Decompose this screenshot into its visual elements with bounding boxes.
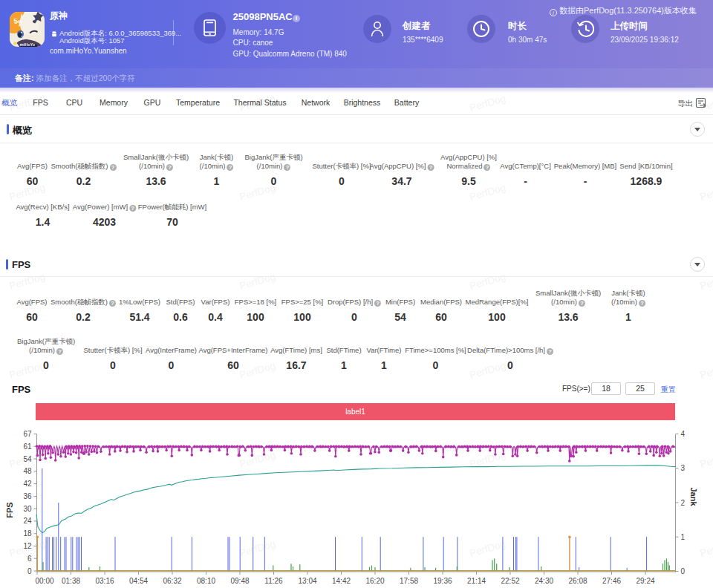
svg-text:30: 30: [23, 505, 32, 513]
svg-text:27:46: 27:46: [602, 577, 621, 585]
svg-text:29:24: 29:24: [636, 577, 654, 585]
svg-text:18: 18: [23, 529, 32, 538]
svg-text:3: 3: [681, 464, 686, 472]
svg-text:04:54: 04:54: [129, 577, 148, 585]
svg-text:61: 61: [23, 442, 32, 451]
svg-text:12: 12: [23, 542, 32, 550]
svg-text:06:32: 06:32: [163, 577, 181, 585]
svg-text:03:16: 03:16: [95, 577, 114, 585]
svg-text:2: 2: [681, 499, 686, 507]
svg-text:08:10: 08:10: [197, 577, 215, 585]
svg-text:4: 4: [681, 430, 686, 438]
svg-text:48: 48: [23, 467, 32, 475]
svg-text:00:00: 00:00: [35, 577, 53, 585]
svg-text:0: 0: [681, 567, 686, 575]
svg-text:0: 0: [27, 567, 32, 575]
svg-text:14:42: 14:42: [332, 577, 351, 585]
svg-text:1: 1: [681, 533, 686, 541]
svg-text:16:20: 16:20: [365, 577, 384, 585]
svg-text:54: 54: [23, 455, 32, 463]
svg-text:22:52: 22:52: [501, 577, 519, 585]
svg-text:6: 6: [27, 555, 32, 563]
svg-text:09:48: 09:48: [230, 577, 249, 585]
svg-text:19:36: 19:36: [433, 577, 452, 585]
svg-text:17:58: 17:58: [400, 577, 418, 585]
svg-text:21:14: 21:14: [467, 577, 486, 585]
svg-text:24: 24: [23, 517, 32, 525]
svg-text:36: 36: [23, 492, 32, 500]
svg-text:11:26: 11:26: [264, 577, 283, 585]
svg-text:miHoYo: miHoYo: [20, 42, 36, 47]
svg-text:FPS: FPS: [5, 502, 14, 517]
svg-text:26:08: 26:08: [568, 577, 587, 585]
svg-text:Jank: Jank: [689, 487, 698, 506]
svg-text:24:30: 24:30: [535, 577, 553, 585]
svg-text:42: 42: [23, 480, 32, 488]
svg-text:13:04: 13:04: [298, 577, 316, 585]
svg-text:67: 67: [23, 430, 32, 438]
svg-text:01:38: 01:38: [62, 577, 80, 585]
